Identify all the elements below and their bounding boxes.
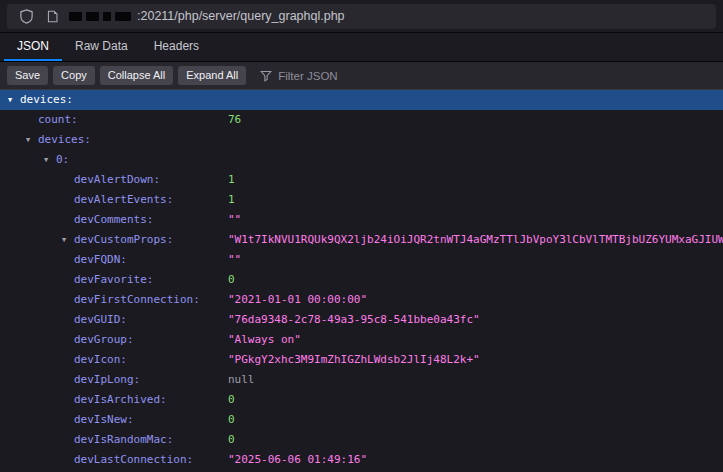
row-value: "76da9348-2c78-49a3-95c8-541bbe0a43fc" [228,310,723,330]
twisty-expanded-icon[interactable]: ▼ [8,90,20,110]
row-value: 76 [228,110,723,130]
tree-row-devlastconnection[interactable]: devLastConnection:"2025-06-06 01:49:16" [0,450,723,470]
row-name-cell: ▼devices: [0,90,228,110]
row-value: "PGkgY2xhc3M9ImZhIGZhLWdsb2JlIj48L2k+" [228,350,723,370]
row-key: devFQDN: [74,250,127,270]
row-value [228,150,723,170]
tab-bar: JSONRaw DataHeaders [0,33,723,62]
save-button[interactable]: Save [7,66,48,85]
row-key: devFavorite: [74,270,153,290]
twisty-spacer [26,110,38,130]
twisty-spacer [62,370,74,390]
row-key: devices: [20,90,73,110]
filter-json-input[interactable]: Filter JSON [260,70,337,82]
row-name-cell: ▼devices: [0,130,228,150]
tree-row-devgroup[interactable]: devGroup:"Always on" [0,330,723,350]
row-key: 0: [56,150,69,170]
twisty-spacer [62,450,74,470]
tree-row-devisarchived[interactable]: devIsArchived:0 [0,390,723,410]
row-name-cell: count: [0,110,228,130]
row-name-cell: devIpLong: [0,370,228,390]
twisty-spacer [62,350,74,370]
row-value: 1 [228,190,723,210]
tree-row-devfavorite[interactable]: devFavorite:0 [0,270,723,290]
row-value: 1 [228,170,723,190]
row-name-cell: devAlertDown: [0,170,228,190]
tree-row-devalertdown[interactable]: devAlertDown:1 [0,170,723,190]
tab-headers[interactable]: Headers [141,33,212,61]
tree-row-0[interactable]: ▼0: [0,150,723,170]
row-name-cell: devFirstConnection: [0,290,228,310]
row-key: devComments: [74,210,153,230]
row-value: "Always on" [228,330,723,350]
tree-row-devcustomprops[interactable]: ▼devCustomProps:"W1t7IkNVU1RQUk9QX2ljb24… [0,230,723,250]
row-key: devFirstConnection: [74,290,200,310]
row-value: null [228,370,723,390]
row-value: 0 [228,270,723,290]
twisty-spacer [62,170,74,190]
tree-row-devisrandommac[interactable]: devIsRandomMac:0 [0,430,723,450]
row-key: devIsArchived: [74,390,167,410]
row-value: "2021-01-01 00:00:00" [228,290,723,310]
url-input[interactable]: :20211/php/server/query_graphql.php [7,4,716,29]
site-permissions-icon[interactable] [43,8,61,24]
expand-all-button[interactable]: Expand All [178,66,246,85]
twisty-expanded-icon[interactable]: ▼ [44,150,56,170]
redacted-block [115,12,131,21]
filter-placeholder: Filter JSON [278,70,337,82]
row-key: devIcon: [74,350,127,370]
twisty-spacer [62,430,74,450]
twisty-spacer [62,310,74,330]
row-key: devAlertEvents: [74,190,173,210]
tree-row-devguid[interactable]: devGUID:"76da9348-2c78-49a3-95c8-541bbe0… [0,310,723,330]
row-key: count: [38,110,78,130]
redacted-block [69,12,82,21]
twisty-spacer [62,250,74,270]
tree-row-devfirstconnection[interactable]: devFirstConnection:"2021-01-01 00:00:00" [0,290,723,310]
json-toolbar: SaveCopyCollapse AllExpand All Filter JS… [0,62,723,90]
row-name-cell: devIsArchived: [0,390,228,410]
tree-row-devfqdn[interactable]: devFQDN:"" [0,250,723,270]
tree-row-deviplong[interactable]: devIpLong:null [0,370,723,390]
row-value: "2025-06-06 01:49:16" [228,450,723,470]
tab-raw-data[interactable]: Raw Data [62,33,141,61]
row-value: 0 [228,430,723,450]
tree-row-devicon[interactable]: devIcon:"PGkgY2xhc3M9ImZhIGZhLWdsb2JlIj4… [0,350,723,370]
row-name-cell: devGroup: [0,330,228,350]
tree-row-devices[interactable]: ▼devices: [0,130,723,150]
row-name-cell: devFavorite: [0,270,228,290]
toolbar-buttons: SaveCopyCollapse AllExpand All [7,66,246,85]
tracking-protection-shield-icon[interactable] [17,8,35,24]
row-key: devIsNew: [74,410,134,430]
tree-row-devcomments[interactable]: devComments:"" [0,210,723,230]
collapse-all-button[interactable]: Collapse All [100,66,173,85]
twisty-spacer [62,290,74,310]
row-name-cell: devGUID: [0,310,228,330]
tree-row-devisnew[interactable]: devIsNew:0 [0,410,723,430]
row-name-cell: devIcon: [0,350,228,370]
json-tree: ▼devices:count:76▼devices:▼0:devAlertDow… [0,90,723,470]
row-name-cell: devAlertEvents: [0,190,228,210]
row-value: 0 [228,410,723,430]
row-key: devLastConnection: [74,450,193,470]
row-value: "" [228,250,723,270]
tab-json[interactable]: JSON [4,33,62,61]
tree-row-count[interactable]: count:76 [0,110,723,130]
row-name-cell: ▼0: [0,150,228,170]
row-key: devGUID: [74,310,127,330]
row-value [228,90,723,110]
twisty-spacer [62,330,74,350]
row-name-cell: devIsNew: [0,410,228,430]
twisty-spacer [62,390,74,410]
browser-address-bar: :20211/php/server/query_graphql.php [0,0,723,33]
row-value [228,130,723,150]
tree-row-devalertevents[interactable]: devAlertEvents:1 [0,190,723,210]
row-name-cell: devComments: [0,210,228,230]
copy-button[interactable]: Copy [53,66,95,85]
redacted-block [86,12,99,21]
row-value: "W1t7IkNVU1RQUk9QX2ljb24iOiJQR2tnWTJ4aGM… [228,230,723,250]
twisty-expanded-icon[interactable]: ▼ [62,230,74,250]
twisty-expanded-icon[interactable]: ▼ [26,130,38,150]
redacted-block [103,12,111,21]
tree-row-devices[interactable]: ▼devices: [0,90,723,110]
